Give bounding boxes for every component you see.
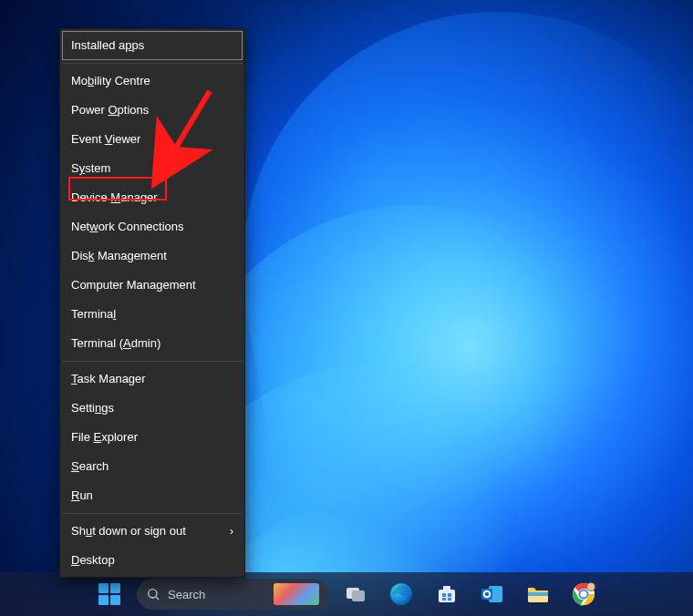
search-icon — [146, 587, 160, 601]
task-view-button[interactable] — [337, 576, 374, 612]
menu-item-terminal[interactable]: Terminal — [62, 300, 243, 329]
chevron-right-icon: › — [230, 523, 233, 539]
menu-item-settings[interactable]: Settings — [62, 394, 243, 423]
chrome-icon — [572, 582, 595, 606]
file-explorer-button[interactable] — [520, 576, 556, 612]
svg-rect-11 — [448, 598, 451, 601]
store-button[interactable] — [429, 576, 465, 612]
store-icon — [435, 582, 459, 606]
taskbar: Search — [0, 572, 693, 616]
svg-rect-4 — [352, 590, 365, 601]
menu-separator — [62, 361, 243, 362]
svg-rect-8 — [442, 593, 446, 597]
menu-item-terminal-admin[interactable]: Terminal (Admin) — [62, 329, 243, 358]
search-placeholder: Search — [168, 588, 266, 601]
task-view-icon — [344, 582, 367, 606]
menu-item-run[interactable]: Run — [62, 481, 243, 510]
menu-item-installed-apps[interactable]: Installed apps — [62, 31, 243, 60]
menu-item-computer-management[interactable]: Computer Management — [62, 271, 243, 300]
edge-icon — [389, 582, 413, 606]
menu-item-system[interactable]: System — [62, 154, 243, 183]
file-explorer-icon — [526, 582, 550, 606]
menu-item-mobility-centre[interactable]: Mobility Centre — [62, 67, 243, 96]
svg-point-19 — [580, 590, 586, 597]
svg-line-2 — [156, 597, 159, 600]
search-highlights-icon — [274, 583, 319, 605]
menu-item-network-connections[interactable]: Network Connections — [62, 212, 243, 241]
start-button[interactable] — [91, 576, 128, 612]
menu-item-power-options[interactable]: Power Options — [62, 96, 243, 125]
menu-separator — [62, 63, 243, 64]
svg-rect-6 — [439, 590, 455, 602]
menu-item-shut-down-sign-out[interactable]: Shut down or sign out› — [62, 517, 243, 546]
menu-separator — [62, 513, 243, 514]
outlook-icon — [481, 582, 504, 606]
svg-rect-9 — [448, 593, 451, 597]
menu-item-device-manager[interactable]: Device Manager — [62, 183, 243, 212]
svg-rect-10 — [442, 598, 446, 601]
svg-point-21 — [587, 583, 595, 590]
edge-button[interactable] — [383, 576, 419, 612]
menu-item-task-manager[interactable]: Task Manager — [62, 364, 243, 394]
windows-logo-icon — [98, 583, 120, 605]
winx-context-menu: Installed appsMobility CentrePower Optio… — [59, 28, 245, 578]
svg-rect-7 — [443, 586, 450, 590]
menu-item-event-viewer[interactable]: Event Viewer — [62, 125, 243, 154]
menu-item-file-explorer[interactable]: File Explorer — [62, 423, 243, 452]
taskbar-search-box[interactable]: Search — [137, 579, 328, 610]
svg-rect-16 — [528, 592, 548, 596]
outlook-button[interactable] — [474, 576, 511, 612]
menu-item-disk-management[interactable]: Disk Management — [62, 241, 243, 271]
svg-point-1 — [149, 590, 157, 598]
chrome-button[interactable] — [565, 576, 602, 612]
menu-item-desktop[interactable]: Desktop — [62, 546, 243, 575]
menu-item-search[interactable]: Search — [62, 452, 243, 481]
